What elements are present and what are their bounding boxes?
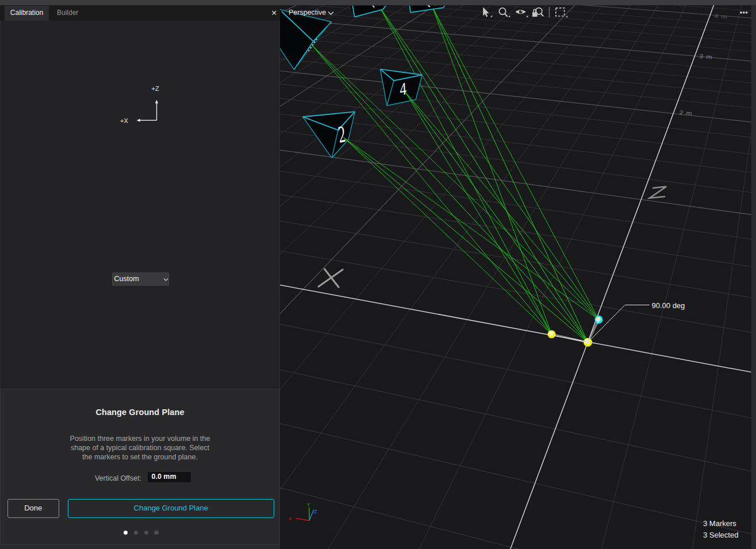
svg-text:Z: Z [314, 509, 317, 515]
svg-text:4 m: 4 m [714, 13, 728, 20]
svg-text:3 m: 3 m [699, 53, 713, 60]
svg-text:2 m: 2 m [679, 109, 693, 117]
svg-text:x: x [289, 516, 292, 521]
svg-text:3 Selected: 3 Selected [703, 531, 738, 539]
svg-text:Perspective: Perspective [289, 9, 326, 17]
svg-text:90.00 deg: 90.00 deg [652, 301, 685, 310]
svg-text:3 Markers: 3 Markers [703, 519, 736, 528]
svg-text:Y: Y [307, 502, 310, 508]
